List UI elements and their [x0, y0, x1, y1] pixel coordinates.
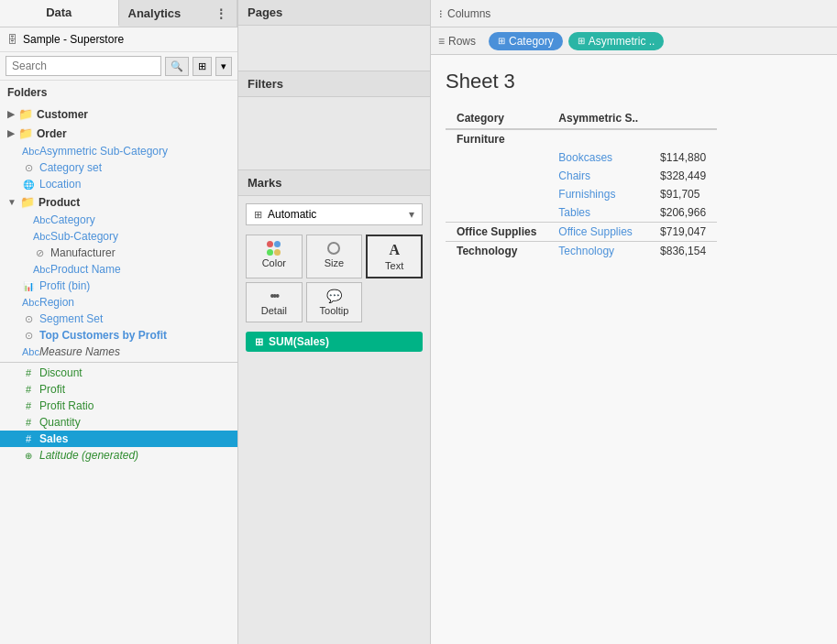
text-button[interactable]: A Text [366, 235, 423, 278]
search-input[interactable] [6, 56, 161, 76]
chevron-product-icon: ▼ [7, 197, 17, 207]
category-pill[interactable]: ⊞ Category [489, 32, 563, 50]
field-label: Profit Ratio [39, 399, 94, 412]
field-location[interactable]: 🌐 Location [0, 176, 237, 192]
field-label: Region [39, 296, 74, 309]
group-header-order[interactable]: ▶ 📁 Order [0, 124, 237, 143]
field-label: Segment Set [39, 312, 103, 325]
marks-dropdown-text: Automatic [268, 208, 409, 221]
field-icon-bar: 📊 [22, 281, 35, 291]
field-segment-set[interactable]: ⊙ Segment Set [0, 311, 237, 327]
marks-section: Marks ⊞ Automatic ▾ [238, 170, 430, 644]
cell-val-furniture [649, 129, 717, 148]
tooltip-button-label: Tooltip [320, 305, 349, 316]
cell-val-furnishings: $91,705 [649, 185, 717, 203]
cell-sub-office: Office Supplies [547, 223, 649, 242]
field-product-name[interactable]: Abc Product Name [0, 261, 237, 278]
field-category[interactable]: Abc Category [0, 212, 237, 228]
sheet-area: Sheet 3 Category Asymmetric S.. Furnitur… [431, 55, 837, 644]
field-latitude[interactable]: ⊕ Latitude (generated) [0, 447, 237, 464]
cell-val-chairs: $328,449 [649, 167, 717, 185]
field-region[interactable]: Abc Region [0, 294, 237, 311]
table-row-furniture: Furniture [446, 129, 717, 148]
group-header-customer[interactable]: ▶ 📁 Customer [0, 104, 237, 124]
group-header-product[interactable]: ▼ 📁 Product [0, 192, 237, 212]
field-sub-category[interactable]: Abc Sub-Category [0, 228, 237, 245]
field-icon-hash-pratio: # [22, 400, 35, 411]
color-button[interactable]: Color [246, 235, 303, 278]
text-icon: A [389, 242, 400, 258]
tab-analytics[interactable]: Analytics ⋮ [119, 0, 238, 27]
field-icon-abc-prodname: Abc [33, 264, 46, 275]
sum-sales-pill[interactable]: ⊞ SUM(Sales) [246, 332, 423, 352]
field-list: ▶ 📁 Customer ▶ 📁 Order Abc Asymmetric Su… [0, 104, 237, 644]
detail-button[interactable]: ••• Detail [246, 282, 303, 322]
marks-dropdown-icon: ⊞ [254, 209, 262, 221]
folder-customer-icon: 📁 [18, 107, 33, 121]
size-button[interactable]: Size [306, 235, 363, 278]
data-table: Category Asymmetric S.. Furniture Bookc [446, 108, 717, 260]
field-icon-abc: Abc [22, 146, 35, 157]
field-profit[interactable]: # Profit [0, 381, 237, 398]
field-sales[interactable]: # Sales [0, 431, 237, 447]
table-row-chairs: Chairs $328,449 [446, 167, 717, 185]
field-label: Discount [39, 366, 83, 379]
field-measure-names[interactable]: Abc Measure Names [0, 344, 237, 360]
field-label: Location [39, 178, 81, 191]
marks-type-dropdown[interactable]: ⊞ Automatic ▾ [246, 203, 423, 225]
field-icon-hash-qty: # [22, 417, 35, 428]
field-manufacturer[interactable]: ⊘ Manufacturer [0, 245, 237, 261]
cell-cat-bookcases [446, 148, 547, 167]
search-button[interactable]: 🔍 [165, 57, 189, 76]
analytics-menu-icon: ⋮ [215, 6, 227, 21]
datasource-label: Sample - Superstore [23, 33, 124, 46]
field-discount[interactable]: # Discount [0, 365, 237, 381]
table-row-tech: Technology Technology $836,154 [446, 242, 717, 261]
marks-body: ⊞ Automatic ▾ Color [238, 196, 430, 644]
search-row: 🔍 ⊞ ▾ [0, 52, 237, 81]
field-divider [0, 362, 237, 363]
tab-data[interactable]: Data [0, 0, 119, 27]
columns-shelf: ⫶ Columns [431, 0, 837, 27]
field-icon-set-seg: ⊙ [22, 313, 35, 325]
asymmetric-pill[interactable]: ⊞ Asymmetric .. [568, 32, 665, 50]
field-label: Measure Names [39, 345, 120, 358]
field-label: Profit [39, 383, 65, 396]
field-top-customers[interactable]: ⊙ Top Customers by Profit [0, 327, 237, 344]
cell-val-tables: $206,966 [649, 203, 717, 223]
rows-label: ≡ Rows [438, 35, 476, 48]
cell-cat-furniture: Furniture [446, 129, 547, 148]
left-panel-tabs: Data Analytics ⋮ [0, 0, 237, 27]
col-header-asymmetric: Asymmetric S.. [547, 108, 649, 129]
field-profit-bin[interactable]: 📊 Profit (bin) [0, 278, 237, 294]
text-button-label: Text [385, 260, 403, 271]
asymmetric-pill-label: Asymmetric .. [589, 35, 655, 48]
field-icon-abc-mnames: Abc [22, 346, 35, 357]
cell-sub-tables: Tables [547, 203, 649, 223]
cell-sub-bookcases: Bookcases [547, 148, 649, 167]
field-icon-hash-disc: # [22, 367, 35, 378]
category-pill-icon: ⊞ [498, 36, 505, 46]
cell-sub-tech: Technology [547, 242, 649, 261]
marks-dropdown-arrow-icon: ▾ [409, 208, 414, 221]
field-category-set[interactable]: ⊙ Category set [0, 159, 237, 176]
sum-pill-icon: ⊞ [255, 336, 263, 348]
view-toggle-button[interactable]: ⊞ [193, 57, 212, 76]
tooltip-button[interactable]: 💬 Tooltip [306, 282, 363, 322]
filters-body [238, 97, 430, 170]
size-icon [326, 241, 341, 256]
pages-header: Pages [238, 0, 430, 26]
field-quantity[interactable]: # Quantity [0, 414, 237, 431]
marks-buttons-grid: Color Size A Text [246, 235, 423, 322]
left-panel: Data Analytics ⋮ 🗄 Sample - Superstore 🔍… [0, 0, 238, 644]
field-label: Asymmetric Sub-Category [39, 145, 168, 158]
field-asymmetric-sub-category[interactable]: Abc Asymmetric Sub-Category [0, 143, 237, 159]
list-options-button[interactable]: ▾ [215, 57, 232, 76]
field-profit-ratio[interactable]: # Profit Ratio [0, 398, 237, 414]
field-label: Sales [39, 432, 68, 445]
cell-cat-tech: Technology [446, 242, 547, 261]
field-label: Quantity [39, 416, 81, 429]
datasource-row[interactable]: 🗄 Sample - Superstore [0, 27, 237, 52]
size-button-label: Size [325, 257, 344, 268]
cell-val-bookcases: $114,880 [649, 148, 717, 167]
